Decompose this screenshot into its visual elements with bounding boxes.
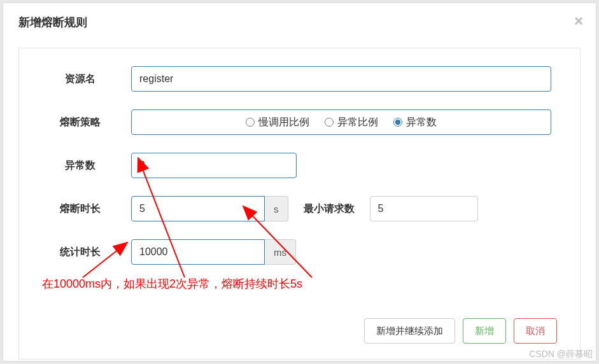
modal-dialog: × 新增熔断规则 资源名 熔断策略 慢调用比例 异常比例 异常数 [3,3,596,361]
stats-duration-group: ms [131,239,296,265]
label-fuse-duration: 熔断时长 [42,202,131,216]
modal-footer: 新增并继续添加 新增 取消 [364,318,557,344]
watermark: CSDN @薛慕昭 [529,349,593,360]
fuse-duration-group: s [131,196,288,221]
radio-exception-count[interactable]: 异常数 [393,116,437,129]
strategy-radio-group: 慢调用比例 异常比例 异常数 [131,109,551,135]
add-button[interactable]: 新增 [463,318,506,344]
radio-slow-call[interactable]: 慢调用比例 [246,116,309,129]
min-requests-input[interactable] [370,196,478,221]
exception-count-input[interactable] [131,153,297,178]
label-min-requests: 最小请求数 [288,202,370,216]
modal-header: 新增熔断规则 [3,3,596,35]
label-resource: 资源名 [42,73,131,86]
modal-body: 资源名 熔断策略 慢调用比例 异常比例 异常数 异常数 [18,48,581,360]
radio-exception-count-label: 异常数 [406,116,437,129]
label-stats-duration: 统计时长 [42,246,131,259]
fuse-duration-input[interactable] [131,196,265,221]
fuse-duration-unit: s [265,196,288,221]
cancel-button[interactable]: 取消 [514,318,557,344]
row-resource: 资源名 [42,66,557,92]
radio-slow-call-input[interactable] [246,118,255,127]
row-strategy: 熔断策略 慢调用比例 异常比例 异常数 [42,109,557,135]
radio-exception-ratio-label: 异常比例 [337,116,378,129]
row-exception-count: 异常数 [42,153,557,178]
stats-duration-input[interactable] [131,239,265,265]
radio-exception-ratio[interactable]: 异常比例 [325,116,378,129]
resource-input[interactable] [131,66,551,92]
label-exception-count: 异常数 [42,159,131,172]
row-stats-duration: 统计时长 ms [42,239,557,265]
modal-title: 新增熔断规则 [18,15,581,30]
stats-duration-unit: ms [265,239,296,265]
row-fuse-duration: 熔断时长 s 最小请求数 [42,196,557,221]
close-icon[interactable]: × [574,12,583,30]
radio-exception-ratio-input[interactable] [325,118,334,127]
annotation-text: 在10000ms内，如果出现2次异常，熔断持续时长5s [42,276,302,291]
radio-exception-count-input[interactable] [393,118,402,127]
radio-slow-call-label: 慢调用比例 [258,116,309,129]
add-continue-button[interactable]: 新增并继续添加 [364,318,455,344]
label-strategy: 熔断策略 [42,116,131,129]
